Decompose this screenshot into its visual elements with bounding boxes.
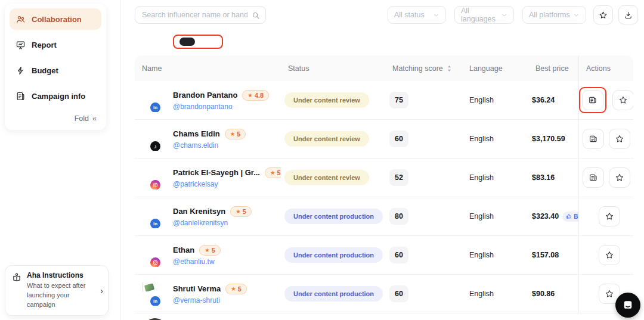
content-review-button[interactable]: [583, 167, 604, 188]
filter-group: All status All languages All platforms: [388, 6, 586, 24]
filter-label: All status: [394, 11, 425, 19]
fold-button[interactable]: Fold «: [10, 111, 101, 125]
export-button[interactable]: [618, 5, 638, 24]
sidebar-menu: Collaboration Report Budget: [5, 4, 106, 130]
rating-badge: ★ 5: [199, 245, 221, 256]
influencer-name: Shruti Verma: [173, 284, 221, 293]
rating-badge: ★ 5: [230, 206, 252, 217]
sidebar-item-label: Budget: [32, 66, 58, 75]
document-copy-icon: [589, 134, 598, 144]
influencer-handle[interactable]: @brandonpantano: [173, 102, 269, 111]
influencer-name: Patrick El-Sayegh | Gr...: [173, 168, 260, 177]
star-icon: ★: [230, 131, 236, 137]
table-row: Patrick El-Sayegh | Gr... ★ 5 @patrickel…: [135, 159, 633, 197]
star-icon: ★: [270, 169, 275, 176]
influencer-handle[interactable]: @danielkrenitsyn: [173, 219, 252, 227]
tab[interactable]: [179, 38, 195, 46]
influencer-handle[interactable]: @verma-shruti: [173, 296, 247, 305]
star-icon: [605, 289, 614, 299]
chevron-down-icon: [501, 12, 507, 18]
linkedin-badge-icon: in: [149, 101, 162, 112]
star-icon: ★: [205, 247, 210, 253]
document-copy-icon: [589, 173, 598, 182]
sidebar: Collaboration Report Budget: [0, 0, 120, 320]
sidebar-item-budget[interactable]: Budget: [10, 60, 101, 81]
language-value: English: [462, 290, 528, 298]
filter-label: All languages: [461, 7, 501, 23]
annotation-box-action: [579, 87, 606, 113]
lightning-icon: [16, 66, 26, 76]
matching-score: 60: [389, 131, 408, 147]
download-icon: [624, 11, 633, 20]
sidebar-item-collaboration[interactable]: Collaboration: [10, 8, 101, 30]
instagram-badge-icon: [149, 256, 162, 267]
status-badge: Under content production: [284, 286, 383, 302]
matching-score: 60: [389, 285, 408, 302]
status-badge: Under content review: [284, 92, 369, 108]
influencer-table: Name Status Matching score Language Best…: [135, 55, 633, 320]
actions-cell: [578, 120, 633, 158]
table-row: in Brandon Pantano ★ 4.8 @brandonpantano…: [135, 81, 633, 120]
filter-dropdown[interactable]: All platforms: [522, 6, 586, 24]
name-cell: Patrick El-Sayegh | Gr... ★ 5 @patrickel…: [135, 166, 281, 189]
help-card-subtitle: What to expect after launching your camp…: [27, 281, 95, 310]
table-row: in Shruti Verma ★ 5 @verma-shruti Under …: [135, 275, 633, 313]
rating-badge: ★ 5: [225, 284, 247, 294]
favorite-button[interactable]: [609, 167, 630, 188]
chat-widget-button[interactable]: [615, 293, 640, 318]
best-price-value: $83.16: [532, 173, 555, 182]
name-cell: in Brandon Pantano ★ 4.8 @brandonpantano: [135, 88, 281, 112]
filter-label: All platforms: [529, 11, 570, 19]
favorite-button[interactable]: [609, 129, 630, 149]
doc-button-wrap: [583, 129, 604, 149]
instagram-badge-icon: [149, 179, 162, 189]
influencer-name: Dan Krenitsyn: [173, 207, 225, 216]
linkedin-badge-icon: in: [149, 295, 162, 306]
actions-cell: [578, 197, 633, 235]
table-row: in Dan Krenitsyn ★ 5 @danielkrenitsyn Un…: [135, 197, 633, 236]
influencer-handle[interactable]: @ethanliu.tw: [173, 257, 221, 266]
name-cell: Ethan ★ 5 @ethanliu.tw: [135, 243, 281, 267]
document-copy-icon: [588, 95, 597, 105]
aha-instructions-card[interactable]: Aha Instructions What to expect after la…: [5, 265, 109, 316]
influencer-name: Brandon Pantano: [173, 91, 237, 100]
filter-dropdown[interactable]: All languages: [454, 6, 514, 24]
matching-score: 75: [389, 92, 408, 108]
rating-badge: ★ 5: [225, 129, 246, 139]
favorite-button[interactable]: [599, 245, 620, 265]
fold-label: Fold: [75, 114, 89, 123]
favorite-button[interactable]: [599, 206, 620, 226]
reader-icon: [11, 272, 22, 283]
search-icon: [252, 11, 260, 20]
status-badge: Under content production: [284, 247, 383, 263]
chevron-down-icon: [433, 12, 439, 18]
status-badge: Under content review: [284, 170, 369, 185]
column-header-actions: Actions: [578, 55, 633, 81]
status-badge: Under content review: [284, 131, 369, 147]
name-cell: in Dan Krenitsyn ★ 5 @danielkrenitsyn: [135, 204, 281, 228]
sidebar-item-report[interactable]: Report: [10, 34, 101, 55]
favorite-button[interactable]: [612, 90, 633, 110]
influencer-name: Chams Eldin: [173, 129, 220, 138]
actions-cell: [578, 81, 633, 119]
chevron-right-icon: ›: [100, 286, 103, 296]
content-review-button[interactable]: [582, 90, 603, 110]
rating-badge: ★ 5: [265, 167, 281, 178]
content-review-button[interactable]: [583, 129, 604, 149]
influencer-handle[interactable]: @chams.eldin: [173, 141, 246, 150]
star-icon: ★: [247, 92, 253, 98]
search-input[interactable]: [135, 7, 265, 23]
tabs-row: [142, 31, 233, 52]
star-icon: [615, 173, 624, 182]
star-icon: [605, 212, 614, 221]
rating-value: 5: [243, 208, 246, 215]
language-value: English: [462, 135, 528, 143]
influencer-handle[interactable]: @patrickelsay: [173, 180, 281, 188]
filter-dropdown[interactable]: All status: [388, 6, 446, 24]
sort-icon[interactable]: [447, 65, 452, 72]
sidebar-item-campaign-info[interactable]: Campaign info: [10, 85, 101, 107]
rating-value: 4.8: [255, 92, 264, 99]
favorites-filter-button[interactable]: [593, 5, 613, 24]
fold-chevrons-icon: «: [92, 114, 97, 123]
column-header-language: Language: [462, 64, 528, 73]
